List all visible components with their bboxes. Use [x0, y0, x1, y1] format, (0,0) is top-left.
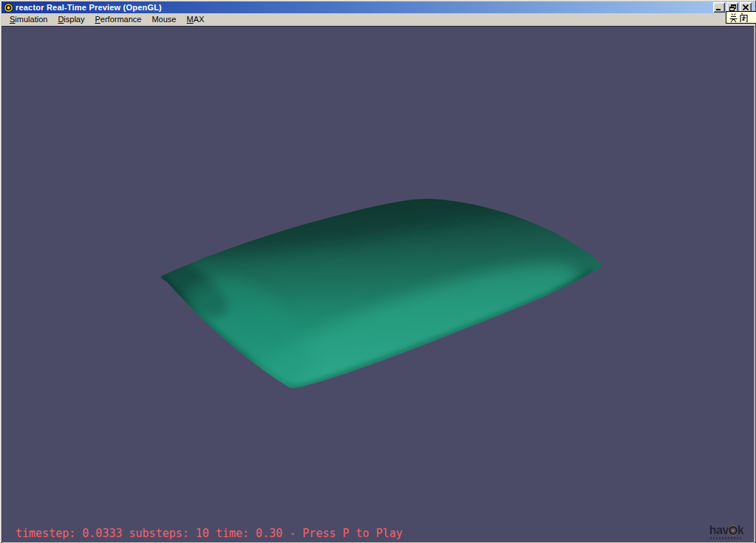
menu-display[interactable]: Display — [52, 14, 89, 25]
close-tooltip — [726, 11, 756, 24]
window-title: reactor Real-Time Preview (OpenGL) — [16, 1, 713, 13]
menu-mouse[interactable]: Mouse — [146, 14, 181, 25]
opengl-viewport[interactable]: timestep: 0.0333 substeps: 10 time: 0.30… — [1, 26, 755, 543]
menu-simulation[interactable]: Simulation — [4, 14, 52, 25]
cloth-pillow-object[interactable] — [2, 27, 755, 542]
close-tooltip-glyph-guan — [729, 13, 738, 23]
menu-performance[interactable]: Performance — [89, 14, 146, 25]
close-icon — [743, 4, 749, 10]
reactor-icon — [4, 3, 13, 13]
havok-logo-text-left: hav — [709, 525, 729, 536]
minimize-button[interactable] — [713, 2, 725, 13]
title-bar[interactable]: reactor Real-Time Preview (OpenGL) — [1, 1, 755, 13]
havok-logo-text-right: k — [738, 525, 743, 536]
simulation-status-text: timestep: 0.0333 substeps: 10 time: 0.30… — [16, 527, 403, 540]
close-tooltip-glyph-bi — [739, 13, 749, 23]
minimize-icon — [716, 4, 722, 10]
menu-bar: Simulation Display Performance Mouse MAX — [1, 13, 755, 26]
restore-icon — [729, 4, 736, 11]
havok-logo: hav k — [704, 525, 749, 539]
havok-logo-subtext — [710, 537, 743, 539]
menu-max[interactable]: MAX — [181, 14, 209, 25]
reactor-preview-window: reactor Real-Time Preview (OpenGL) — [0, 0, 756, 543]
havok-ring-icon — [728, 525, 738, 536]
